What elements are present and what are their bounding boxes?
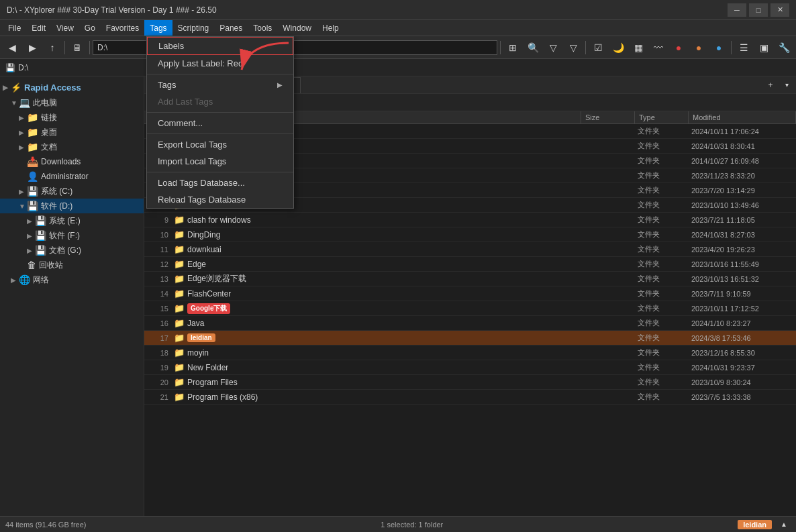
sidebar-item-drive-d[interactable]: ▼ 💾 软件 (D:) [0, 199, 144, 213]
tag-badge-red: Google下载 [187, 303, 230, 314]
folder-icon: 📁 [174, 392, 185, 402]
table-row[interactable]: 16 📁Java 文件夹 2024/1/10 8:23:27 [144, 316, 796, 331]
table-row[interactable]: 13 📁Edge浏览器下载 文件夹 2023/10/13 16:51:32 [144, 272, 796, 286]
table-row[interactable]: 11 📁downkuai 文件夹 2023/4/20 19:26:23 [144, 242, 796, 257]
location-segment[interactable]: D:\ [18, 63, 28, 72]
menu-item-panes[interactable]: Panes [214, 20, 248, 36]
sidebar-item-network[interactable]: ▶ 🌐 网络 [0, 272, 144, 287]
check-button[interactable]: ☑ [589, 38, 607, 57]
menu-item-favorites[interactable]: Favorites [101, 20, 144, 36]
color1-button[interactable]: ● [669, 38, 688, 57]
file-row-num: 19 [144, 364, 171, 372]
menu-item-file[interactable]: File [3, 20, 26, 36]
menu-item-view[interactable]: View [51, 20, 79, 36]
sidebar-item-drive-e[interactable]: ▶ 💾 系统 (E:) [0, 213, 144, 228]
file-row-name: 📁Edge浏览器下载 [171, 273, 581, 284]
menu-item-labels[interactable]: Labels [147, 37, 293, 55]
settings-button[interactable]: 🔧 [775, 38, 793, 57]
menu-item-load-tags-db[interactable]: Load Tags Database... [147, 174, 293, 191]
back-button[interactable]: ◀ [3, 38, 21, 57]
table-row[interactable]: 21 📁Program Files (x86) 文件夹 2023/7/5 13:… [144, 390, 796, 405]
table-row[interactable]: 20 📁Program Files 文件夹 2023/10/9 8:30:24 [144, 375, 796, 390]
table-row[interactable]: 15 📁Google下载 文件夹 2023/10/11 17:12:52 [144, 301, 796, 316]
sidebar-item-drive-f[interactable]: ▶ 💾 软件 (F:) [0, 228, 144, 243]
file-row-type: 文件夹 [635, 229, 689, 240]
sidebar-item-downloads[interactable]: 📥 Downloads [0, 154, 144, 169]
rapid-access-item[interactable]: ▶ ⚡ Rapid Access [0, 76, 144, 95]
file-row-name: 📁clash for windows [171, 215, 581, 225]
file-name-text: downkuai [187, 245, 221, 254]
menu-item-help[interactable]: Help [317, 20, 344, 36]
table-row[interactable]: 14 📁FlashCenter 文件夹 2023/7/11 9:10:59 [144, 286, 796, 301]
col-modified[interactable]: Modified [689, 111, 796, 123]
menu-item-window[interactable]: Window [277, 20, 317, 36]
menu-item-import-local-tags[interactable]: Import Local Tags [147, 153, 293, 170]
close-button[interactable]: ✕ [770, 3, 789, 17]
panel-button[interactable]: ▣ [754, 38, 773, 57]
sidebar-item-recycle[interactable]: 🗑 回收站 [0, 258, 144, 272]
menu-item-scripting[interactable]: Scripting [172, 20, 215, 36]
menu-item-apply-last-label[interactable]: Apply Last Label: Red [147, 55, 293, 72]
search-button[interactable]: 🔍 [524, 38, 542, 57]
add-tab-button[interactable]: + [764, 78, 777, 92]
sidebar-item-this-pc[interactable]: ▼ 💻 此电脑 [0, 95, 144, 110]
file-row-type: 文件夹 [635, 377, 689, 387]
sidebar-item-label: 软件 (F:) [49, 230, 80, 242]
col-type[interactable]: Type [635, 111, 689, 123]
filter2-button[interactable]: ▽ [564, 38, 583, 57]
drive-e-icon: 💾 [35, 215, 46, 226]
col-size[interactable]: Size [581, 111, 635, 123]
sidebar-item-label: Downloads [41, 157, 81, 166]
sidebar-item-label: 软件 (D:) [41, 201, 72, 212]
menu-item-reload-tags-db[interactable]: Reload Tags Database [147, 191, 293, 208]
menu-item-export-local-tags[interactable]: Export Local Tags [147, 136, 293, 153]
color2-button[interactable]: ● [689, 38, 708, 57]
sidebar-item-documents[interactable]: ▶ 📁 文档 [0, 140, 144, 154]
admin-icon: 👤 [27, 171, 38, 182]
file-row-date: 2024/10/31 9:23:37 [689, 364, 796, 372]
table-row[interactable]: 10 📁DingDing 文件夹 2024/10/31 8:27:03 [144, 227, 796, 242]
file-row-type: 文件夹 [635, 333, 689, 343]
table-button[interactable]: ▦ [629, 38, 648, 57]
folder-icon: 📁 [174, 348, 185, 358]
sidebar-item-drive-c[interactable]: ▶ 💾 系统 (C:) [0, 184, 144, 199]
sidebar-item-links[interactable]: ▶ 📁 链接 [0, 110, 144, 125]
moon-button[interactable]: 🌙 [609, 38, 628, 57]
up-button[interactable]: ↑ [43, 38, 62, 57]
wave-button[interactable]: 〰 [649, 38, 668, 57]
file-row-date: 2023/10/9 8:30:24 [689, 378, 796, 386]
file-row-name: 📁Edge [171, 259, 581, 269]
sidebar-item-administrator[interactable]: 👤 Administrator [0, 169, 144, 184]
menu-item-tools[interactable]: Tools [248, 20, 277, 36]
menu-item-go[interactable]: Go [79, 20, 101, 36]
list-button[interactable]: ☰ [734, 38, 753, 57]
color3-button[interactable]: ● [709, 38, 728, 57]
filter-button[interactable]: ▽ [544, 38, 562, 57]
tab-dropdown-button[interactable]: ▾ [780, 78, 793, 92]
menu-item-edit[interactable]: Edit [26, 20, 51, 36]
forward-button[interactable]: ▶ [23, 38, 42, 57]
menu-item-comment[interactable]: Comment... [147, 115, 293, 131]
table-row[interactable]: 18 📁moyin 文件夹 2023/12/16 8:55:30 [144, 345, 796, 360]
menu-separator [147, 74, 293, 74]
file-row-num: 11 [144, 246, 171, 254]
table-row[interactable]: 19 📁New Folder 文件夹 2024/10/31 9:23:37 [144, 360, 796, 375]
sidebar-item-drive-g[interactable]: ▶ 💾 文档 (G:) [0, 243, 144, 258]
grid-button[interactable]: ⊞ [503, 38, 522, 57]
scroll-up-button[interactable]: ▲ [777, 518, 791, 531]
minimize-button[interactable]: ─ [728, 3, 746, 17]
table-row[interactable]: 12 📁Edge 文件夹 2023/10/16 11:55:49 [144, 257, 796, 272]
downloads-icon: 📥 [27, 156, 38, 167]
folder-icon: 📁 [174, 303, 185, 313]
maximize-button[interactable]: □ [749, 3, 768, 17]
sidebar-item-desktop[interactable]: ▶ 📁 桌面 [0, 125, 144, 140]
table-row[interactable]: 9 📁clash for windows 文件夹 2023/7/21 11:18… [144, 213, 796, 227]
file-row-date: 2023/10/13 16:51:32 [689, 275, 796, 283]
table-row[interactable]: 17 📁leidian 文件夹 2024/3/8 17:53:46 [144, 331, 796, 345]
file-row-type: 文件夹 [635, 215, 689, 225]
menu-item-tags[interactable]: Tags▶ [147, 76, 293, 93]
status-items: 44 items (91.46 GB free) [5, 521, 86, 529]
file-name-text: moyin [187, 348, 209, 358]
menu-item-tags[interactable]: Tags [144, 20, 172, 36]
computer-button[interactable]: 🖥 [68, 38, 87, 57]
